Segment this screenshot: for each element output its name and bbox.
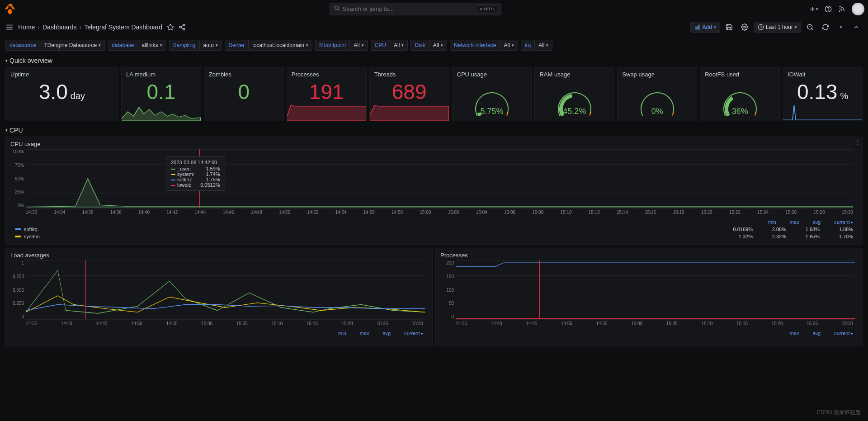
row-header-cpu[interactable]: ▾CPU [0, 124, 868, 137]
help-icon[interactable] [825, 5, 832, 13]
cpu-chart[interactable]: 100%75%50%25%0% 2023-08-08 14:42:00 _use… [26, 149, 853, 208]
svg-rect-17 [697, 26, 698, 29]
panel-cpu: CPU usage 5.75% [452, 67, 532, 121]
menu-icon[interactable] [5, 23, 14, 31]
load-averages-panel: Load averages 10.7500.5000.2500 14:3514:… [5, 248, 433, 347]
svg-point-11 [183, 24, 185, 26]
svg-line-14 [181, 25, 184, 27]
refresh-icon[interactable] [819, 21, 832, 33]
svg-point-0 [335, 6, 338, 9]
load-chart[interactable]: 10.7500.5000.2500 [26, 260, 425, 319]
search-input[interactable] [343, 5, 474, 12]
panel-uptime: Uptime 3.0day [5, 67, 118, 121]
panel-zombies: Zombies 0 [204, 67, 284, 121]
variable-irq[interactable]: irqAll ▾ [521, 40, 553, 51]
panel-menu-icon[interactable]: ⋮ [855, 139, 860, 145]
svg-marker-10 [167, 24, 173, 30]
svg-point-19 [744, 26, 745, 28]
cpu-usage-panel-wrap: CPU usage ⋮ 100%75%50%25%0% 2023-08-08 1… [5, 137, 863, 245]
topbar: ⌘ ctrl+k ▾ [0, 0, 868, 18]
panel-iowait: IOWait 0.13% [783, 67, 863, 121]
svg-point-12 [179, 26, 181, 28]
zoom-out-icon[interactable] [804, 21, 816, 33]
rss-icon[interactable] [838, 5, 845, 13]
variable-Server[interactable]: Serverlocalhost.localdomain ▾ [225, 40, 312, 51]
refresh-dropdown[interactable]: ▾ [835, 21, 847, 33]
variables-bar: datasourceTDengine Datasource ▾databasea… [0, 36, 868, 54]
row-overview: Uptime 3.0day LA medium 0.1 Zombies 0 Pr… [0, 67, 868, 124]
svg-line-1 [338, 9, 339, 10]
star-icon[interactable] [167, 24, 174, 31]
svg-rect-18 [699, 25, 700, 29]
panel-swap: Swap usage 0% [617, 67, 697, 121]
variable-Network interface[interactable]: Network interfaceAll ▾ [450, 40, 518, 51]
crumb-dashboards[interactable]: Dashboards [42, 24, 77, 31]
variable-datasource[interactable]: datasourceTDengine Datasource ▾ [5, 40, 105, 51]
search-kbd: ⌘ ctrl+k [477, 5, 497, 12]
svg-rect-16 [695, 27, 696, 29]
subbar: Home› Dashboards› Telegraf System Dashbo… [0, 18, 868, 36]
collapse-icon[interactable] [850, 21, 863, 33]
cpu-legend: minmaxavgcurrent softirq0.0169%2.06%1.68… [15, 218, 853, 240]
variable-Disk[interactable]: DiskAll ▾ [410, 40, 447, 51]
variable-database[interactable]: databasealllinks ▾ [108, 40, 166, 51]
crumb-current: Telegraf System Dashboard [84, 24, 162, 31]
svg-line-15 [181, 28, 184, 29]
variable-Sampling[interactable]: Samplingauto ▾ [169, 40, 222, 51]
add-icon[interactable]: ▾ [809, 5, 818, 13]
search-icon [334, 5, 340, 13]
svg-line-22 [811, 28, 813, 30]
share-icon[interactable] [179, 24, 186, 31]
processes-panel: Processes 200150100500 14:3514:4014:4514… [435, 248, 863, 347]
svg-point-5 [828, 10, 829, 11]
svg-point-6 [840, 11, 840, 11]
crumb-home[interactable]: Home [18, 24, 35, 31]
row-bottom: Load averages 10.7500.5000.2500 14:3514:… [0, 248, 868, 350]
variable-Mountpoint[interactable]: MountpointAll ▾ [315, 40, 368, 51]
proc-chart[interactable]: 200150100500 [456, 260, 855, 319]
grafana-logo[interactable] [4, 3, 16, 15]
panel-rootfs: RootFS used 36% [700, 67, 780, 121]
variable-CPU[interactable]: CPUAll ▾ [371, 40, 408, 51]
time-range-button[interactable]: Last 1 hour▾ [754, 22, 801, 33]
svg-point-13 [183, 28, 185, 30]
row-header-overview[interactable]: ▾Quick overview [0, 54, 868, 67]
panel-title: CPU usage [6, 137, 862, 149]
settings-icon[interactable] [738, 21, 751, 33]
panel-ram: RAM usage 45.2% [534, 67, 614, 121]
panel-la: LA medium 0.1 [121, 67, 201, 121]
panel-threads: Threads 689 [369, 67, 449, 121]
panel-processes: Processes 191 [287, 67, 367, 121]
avatar[interactable] [852, 3, 864, 15]
breadcrumb: Home› Dashboards› Telegraf System Dashbo… [18, 24, 162, 31]
add-button[interactable]: Add▾ [690, 22, 720, 33]
chart-tooltip: 2023-08-08 14:42:00 _user:1.59%system:1.… [166, 156, 225, 191]
save-icon[interactable] [723, 21, 736, 33]
search-box[interactable]: ⌘ ctrl+k [330, 3, 501, 15]
